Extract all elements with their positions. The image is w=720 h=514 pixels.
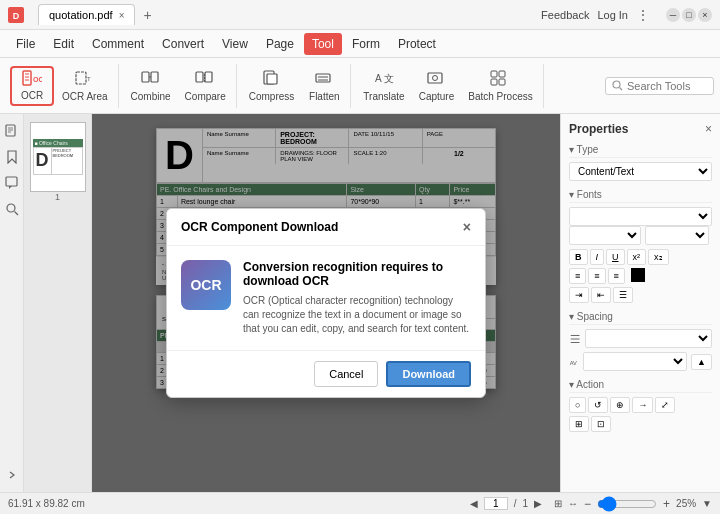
title-bar: D quotation.pdf × + Feedback Log In ⋮ ─ … — [0, 0, 720, 30]
props-font-size-select[interactable] — [645, 226, 709, 245]
svg-rect-27 — [499, 79, 505, 85]
flatten-label: Flatten — [309, 91, 340, 102]
tab-close-icon[interactable]: × — [119, 10, 125, 21]
sidebar-icon-search[interactable] — [3, 200, 21, 218]
indent-decrease-button[interactable]: ⇤ — [591, 287, 611, 303]
props-section-spacing: ▾ Spacing AV ▲ — [569, 311, 712, 371]
prev-page-button[interactable]: ◀ — [470, 498, 478, 509]
menu-tool[interactable]: Tool — [304, 33, 342, 55]
props-font-style-select[interactable] — [569, 226, 641, 245]
feedback-link[interactable]: Feedback — [541, 9, 589, 21]
maximize-button[interactable]: □ — [682, 8, 696, 22]
fit-width-button[interactable]: ↔ — [568, 498, 578, 509]
status-bar: 61.91 x 89.82 cm ◀ / 1 ▶ ⊞ ↔ − + 25% ▼ — [0, 492, 720, 514]
menu-form[interactable]: Form — [344, 33, 388, 55]
toolbar-group-combine: Combine Compare — [121, 64, 237, 108]
properties-close-icon[interactable]: × — [705, 122, 712, 136]
action-btn-5[interactable]: ⤢ — [655, 397, 675, 413]
action-btn-7[interactable]: ⊡ — [591, 416, 611, 432]
menu-page[interactable]: Page — [258, 33, 302, 55]
zoom-slider[interactable] — [597, 496, 657, 512]
new-tab-button[interactable]: + — [135, 3, 159, 27]
dialog-body-text: OCR (Optical character recognition) tech… — [243, 294, 471, 336]
subscript-button[interactable]: x₂ — [648, 249, 669, 265]
ocr-button[interactable]: OCR OCR — [10, 66, 54, 106]
download-button[interactable]: Download — [386, 361, 471, 387]
sidebar-icon-bookmarks[interactable] — [3, 148, 21, 166]
props-char-spacing-select[interactable] — [583, 352, 687, 371]
align-left-button[interactable]: ≡ — [569, 268, 586, 284]
color-swatch-black[interactable] — [631, 268, 645, 282]
translate-button[interactable]: A文 Translate — [357, 66, 410, 106]
menu-comment[interactable]: Comment — [84, 33, 152, 55]
next-page-button[interactable]: ▶ — [534, 498, 542, 509]
props-action-btns-row2: ⊞ ⊡ — [569, 416, 712, 432]
menu-file[interactable]: File — [8, 33, 43, 55]
dialog-footer: Cancel Download — [167, 350, 485, 397]
italic-button[interactable]: I — [590, 249, 605, 265]
action-btn-2[interactable]: ↺ — [588, 397, 608, 413]
props-align-btns: ≡ ≡ ≡ — [569, 268, 712, 284]
dialog-title-bar: OCR Component Download × — [167, 209, 485, 246]
svg-rect-9 — [142, 72, 149, 82]
zoom-minus-button[interactable]: − — [584, 497, 591, 511]
align-right-button[interactable]: ≡ — [608, 268, 625, 284]
props-spacing-row2: AV ▲ — [569, 352, 712, 371]
capture-button[interactable]: Capture — [413, 66, 461, 106]
close-button[interactable]: × — [698, 8, 712, 22]
action-btn-6[interactable]: ⊞ — [569, 416, 589, 432]
page-thumbnail-1[interactable]: ■ Office Chairs D PROJECTBEDROOM 1 — [30, 122, 86, 202]
svg-rect-2 — [23, 71, 31, 85]
action-btn-4[interactable]: → — [632, 397, 653, 413]
translate-label: Translate — [363, 91, 404, 102]
window-controls: ─ □ × — [666, 8, 712, 22]
compare-button[interactable]: Compare — [179, 66, 232, 106]
toolbar-group-compress: Compress Flatten — [239, 64, 352, 108]
page-input[interactable] — [484, 497, 508, 510]
align-center-button[interactable]: ≡ — [588, 268, 605, 284]
menu-edit[interactable]: Edit — [45, 33, 82, 55]
sidebar-expand-arrow[interactable] — [3, 466, 21, 484]
list-button[interactable]: ☰ — [613, 287, 633, 303]
translate-icon: A文 — [374, 70, 394, 89]
menu-view[interactable]: View — [214, 33, 256, 55]
flatten-button[interactable]: Flatten — [302, 66, 346, 106]
pdf-tab[interactable]: quotation.pdf × — [38, 4, 135, 25]
compress-button[interactable]: Compress — [243, 66, 301, 106]
bold-button[interactable]: B — [569, 249, 588, 265]
cancel-button[interactable]: Cancel — [314, 361, 378, 387]
toolbar-search[interactable] — [605, 77, 714, 95]
login-link[interactable]: Log In — [597, 9, 628, 21]
combine-button[interactable]: Combine — [125, 66, 177, 106]
menu-convert[interactable]: Convert — [154, 33, 212, 55]
svg-line-36 — [14, 212, 18, 216]
indent-increase-button[interactable]: ⇥ — [569, 287, 589, 303]
action-btn-3[interactable]: ⊕ — [610, 397, 630, 413]
superscript-button[interactable]: x² — [627, 249, 647, 265]
batch-process-button[interactable]: Batch Process — [462, 66, 538, 106]
properties-title: Properties — [569, 122, 712, 136]
svg-text:OCR: OCR — [33, 76, 42, 83]
sidebar-icon-comments[interactable] — [3, 174, 21, 192]
zoom-value-display: 25% — [676, 498, 696, 509]
svg-rect-16 — [267, 74, 277, 84]
spacing-up-button[interactable]: ▲ — [691, 354, 712, 370]
sidebar-icon-pages[interactable] — [3, 122, 21, 140]
search-tools-input[interactable] — [627, 80, 707, 92]
ocr-area-button[interactable]: T OCR Area — [56, 66, 114, 106]
props-line-spacing-select[interactable] — [585, 329, 712, 348]
fit-page-button[interactable]: ⊞ — [554, 498, 562, 509]
props-type-select[interactable]: Content/Text — [569, 162, 712, 181]
properties-panel: Properties × ▾ Type Content/Text ▾ Fonts… — [560, 114, 720, 492]
underline-button[interactable]: U — [606, 249, 625, 265]
doc-viewer: D Name Surname PROJECT: BEDROOM DATE 10/… — [92, 114, 560, 492]
minimize-button[interactable]: ─ — [666, 8, 680, 22]
props-font-family-select[interactable] — [569, 207, 712, 226]
zoom-dropdown-button[interactable]: ▼ — [702, 498, 712, 509]
dialog-close-icon[interactable]: × — [463, 219, 471, 235]
zoom-plus-button[interactable]: + — [663, 497, 670, 511]
compress-label: Compress — [249, 91, 295, 102]
menu-protect[interactable]: Protect — [390, 33, 444, 55]
svg-rect-22 — [428, 73, 442, 83]
action-btn-1[interactable]: ○ — [569, 397, 586, 413]
